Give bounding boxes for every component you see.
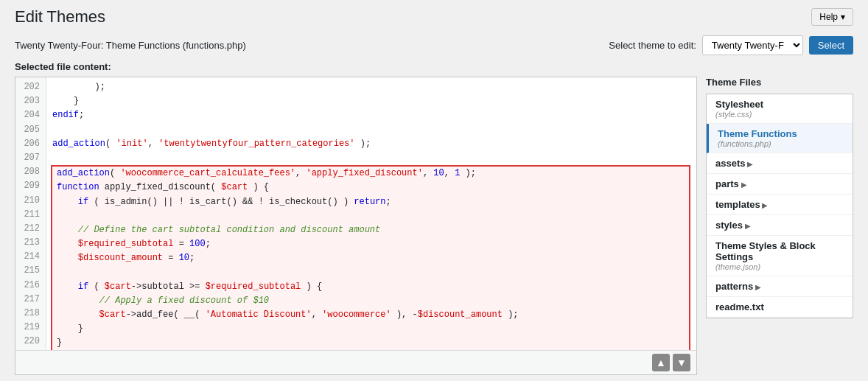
- code-line: if ( is_admin() || ! is_cart() && ! is_c…: [51, 195, 690, 209]
- help-label: Help: [819, 12, 838, 22]
- code-line: add_action( 'init', 'twentytwentyfour_pa…: [52, 137, 690, 151]
- scroll-up-button[interactable]: ▲: [652, 354, 670, 371]
- code-line: [52, 151, 690, 165]
- code-line: [51, 265, 690, 279]
- code-line: $cart->add_fee( __( 'Automatic Discount'…: [51, 308, 690, 322]
- file-item-name: Stylesheet: [715, 99, 763, 110]
- line-number: 218: [21, 307, 40, 321]
- theme-selector-label: Select theme to edit:: [609, 40, 696, 51]
- theme-selector: Select theme to edit: Twenty Twenty-F Se…: [609, 35, 853, 55]
- line-number: 216: [21, 279, 40, 293]
- select-button[interactable]: Select: [809, 36, 853, 55]
- code-line: [52, 123, 690, 137]
- line-number: 212: [21, 222, 40, 236]
- code-line: [51, 209, 690, 223]
- scroll-buttons: ▲ ▼: [652, 354, 690, 371]
- sidebar-item-templates[interactable]: templates ▶: [707, 195, 853, 215]
- editor-footer: ▲ ▼: [15, 350, 696, 374]
- sidebar-title: Theme Files: [706, 77, 853, 88]
- sidebar-item-assets[interactable]: assets ▶: [707, 153, 853, 174]
- code-line: // Define the cart subtotal condition an…: [51, 223, 690, 237]
- line-number: 205: [21, 123, 40, 137]
- theme-select[interactable]: Twenty Twenty-F: [702, 35, 803, 55]
- line-number: 214: [21, 250, 40, 264]
- sidebar-item-patterns[interactable]: patterns ▶: [707, 276, 853, 297]
- code-line: // Apply a fixed discount of $10: [51, 294, 690, 308]
- sidebar-files: Stylesheet(style.css)Theme Functions(fun…: [706, 94, 853, 318]
- code-line: endif;: [52, 108, 690, 122]
- file-item-name: patterns: [715, 281, 753, 292]
- code-editor[interactable]: 2022032042052062072082092102112122132142…: [15, 77, 696, 350]
- file-item-name: readme.txt: [715, 301, 764, 312]
- line-number: 211: [21, 208, 40, 222]
- main-content: 2022032042052062072082092102112122132142…: [15, 77, 853, 375]
- line-number: 217: [21, 293, 40, 307]
- line-number: 202: [21, 80, 40, 94]
- arrow-icon: ▶: [739, 181, 747, 189]
- file-item-name: Theme Functions: [718, 128, 797, 139]
- file-item-sub: (functions.php): [718, 139, 844, 148]
- sidebar-item-readme[interactable]: readme.txt: [707, 297, 853, 318]
- code-line: }: [52, 94, 690, 108]
- line-number: 207: [21, 151, 40, 165]
- line-number: 204: [21, 108, 40, 122]
- sidebar-item-theme-styles[interactable]: Theme Styles & Block Settings(theme.json…: [707, 236, 853, 276]
- file-item-name: templates: [715, 199, 760, 210]
- file-item-sub: (style.css): [715, 110, 844, 119]
- help-button[interactable]: Help ▾: [811, 8, 853, 26]
- file-item-name: Theme Styles & Block Settings: [715, 240, 816, 262]
- line-number: 219: [21, 321, 40, 335]
- line-number: 209: [21, 179, 40, 193]
- line-numbers: 2022032042052062072082092102112122132142…: [15, 77, 46, 350]
- code-line: add_action( 'woocommerce_cart_calculate_…: [51, 165, 690, 181]
- sidebar-item-parts[interactable]: parts ▶: [707, 174, 853, 195]
- file-path: Twenty Twenty-Four: Theme Functions (fun…: [15, 40, 246, 51]
- line-number: 215: [21, 264, 40, 278]
- selected-file-label: Selected file content:: [15, 61, 853, 72]
- sidebar-item-styles[interactable]: styles ▶: [707, 215, 853, 236]
- file-item-name: parts: [715, 178, 739, 189]
- file-item-name: styles: [715, 220, 743, 231]
- page-title: Edit Themes: [15, 7, 105, 27]
- code-line: function apply_fixed_discount( $cart ) {: [51, 181, 690, 195]
- arrow-icon: ▶: [745, 160, 753, 168]
- file-item-name: assets: [715, 158, 745, 169]
- code-line: );: [52, 80, 690, 94]
- code-line: $discount_amount = 10;: [51, 251, 690, 265]
- line-number: 206: [21, 137, 40, 151]
- arrow-icon: ▶: [760, 201, 769, 209]
- code-content[interactable]: ); }endif; add_action( 'init', 'twentytw…: [46, 77, 696, 350]
- scroll-down-button[interactable]: ▼: [673, 354, 690, 371]
- editor-area: 2022032042052062072082092102112122132142…: [15, 77, 697, 375]
- arrow-icon: ▶: [753, 283, 761, 291]
- chevron-down-icon: ▾: [841, 12, 845, 22]
- sidebar: Theme Files Stylesheet(style.css)Theme F…: [706, 77, 853, 318]
- sidebar-item-theme-functions[interactable]: Theme Functions(functions.php): [707, 124, 853, 153]
- code-line: }: [51, 322, 690, 336]
- code-line: $required_subtotal = 100;: [51, 237, 690, 251]
- sidebar-item-stylesheet[interactable]: Stylesheet(style.css): [707, 94, 853, 124]
- line-number: 220: [21, 335, 40, 349]
- code-line: }: [51, 336, 690, 350]
- line-number: 208: [21, 165, 40, 179]
- file-item-sub: (theme.json): [715, 262, 844, 271]
- arrow-icon: ▶: [743, 222, 751, 230]
- line-number: 213: [21, 236, 40, 250]
- code-line: if ( $cart->subtotal >= $required_subtot…: [51, 280, 690, 294]
- line-number: 210: [21, 194, 40, 208]
- line-number: 203: [21, 94, 40, 108]
- line-number: 221: [21, 349, 40, 350]
